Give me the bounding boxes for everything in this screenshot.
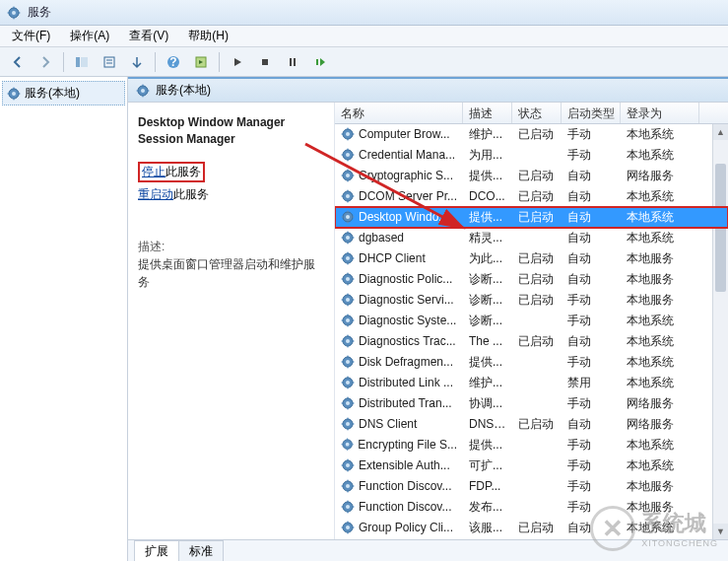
gear-icon xyxy=(341,417,355,431)
service-row[interactable]: Diagnostics Trac...The ...已启动自动本地系统 xyxy=(335,331,728,352)
service-desc-cell: 为用... xyxy=(463,147,512,164)
menu-help[interactable]: 帮助(H) xyxy=(180,26,236,46)
pause-service-button[interactable] xyxy=(281,50,304,74)
service-name-cell: Desktop Windo... xyxy=(359,210,448,224)
gear-icon xyxy=(341,438,354,452)
vertical-scrollbar[interactable]: ▲ ▼ xyxy=(712,124,728,539)
right-body: Desktop Window Manager Session Manager 停… xyxy=(128,103,728,539)
service-desc-cell: 发布... xyxy=(463,499,512,516)
service-row[interactable]: DCOM Server Pr...DCO...已启动自动本地系统 xyxy=(335,186,728,207)
tab-standard[interactable]: 标准 xyxy=(178,540,224,561)
help-button[interactable]: ? xyxy=(162,50,185,74)
tree-pane: 服务(本地) xyxy=(0,77,128,561)
scroll-up-button[interactable]: ▲ xyxy=(713,124,728,140)
service-row[interactable]: Function Discov...FDP...手动本地服务 xyxy=(335,476,728,497)
menu-action[interactable]: 操作(A) xyxy=(62,26,117,46)
service-name-cell: Diagnostic Polic... xyxy=(359,272,452,286)
description-label: 描述: xyxy=(138,239,324,255)
service-logon-cell: 本地系统 xyxy=(621,375,699,391)
service-status-cell: 已启动 xyxy=(512,292,562,309)
column-status[interactable]: 状态 xyxy=(512,103,562,123)
svg-rect-11 xyxy=(290,58,292,66)
refresh-button[interactable] xyxy=(189,50,213,74)
column-desc[interactable]: 描述 xyxy=(463,103,512,123)
column-logon-as[interactable]: 登录为 xyxy=(621,103,699,123)
service-logon-cell: 本地系统 xyxy=(621,313,699,329)
service-logon-cell: 本地服务 xyxy=(621,292,699,309)
service-start-cell: 自动 xyxy=(562,188,621,205)
restart-service-button[interactable] xyxy=(308,50,332,74)
service-row[interactable]: Desktop Windo...提供...已启动自动本地系统 xyxy=(335,207,728,228)
service-logon-cell: 本地系统 xyxy=(621,354,699,371)
forward-button[interactable] xyxy=(33,50,57,74)
service-start-cell: 自动 xyxy=(562,271,621,288)
service-start-cell: 手动 xyxy=(562,126,621,143)
svg-rect-10 xyxy=(262,59,268,65)
service-row[interactable]: Extensible Auth...可扩...手动本地系统 xyxy=(335,456,728,476)
tree-item-services-local[interactable]: 服务(本地) xyxy=(2,81,125,105)
service-start-cell: 手动 xyxy=(562,457,621,474)
properties-button[interactable] xyxy=(98,50,121,74)
export-button[interactable] xyxy=(125,50,149,74)
service-name-cell: DNS Client xyxy=(359,417,417,431)
gear-icon xyxy=(341,251,355,265)
service-desc-cell: 提供... xyxy=(463,168,512,184)
title-bar: 服务 xyxy=(0,0,728,26)
service-row[interactable]: DHCP Client为此...已启动自动本地服务 xyxy=(335,248,728,269)
show-tree-button[interactable] xyxy=(70,50,94,74)
service-logon-cell: 本地系统 xyxy=(621,520,699,536)
right-header-label: 服务(本地) xyxy=(156,82,211,99)
column-start-type[interactable]: 启动类型 xyxy=(562,103,621,123)
service-row[interactable]: Diagnostic Polic...诊断...已启动自动本地服务 xyxy=(335,269,728,290)
gear-icon xyxy=(341,169,355,182)
tabs-bar: 扩展 标准 xyxy=(128,539,728,561)
service-name-cell: Diagnostics Trac... xyxy=(359,334,456,348)
restart-service-link[interactable]: 重启动 xyxy=(138,187,173,201)
svg-text:?: ? xyxy=(169,55,176,69)
svg-rect-4 xyxy=(104,57,114,67)
gear-icon xyxy=(341,272,355,286)
service-logon-cell: 本地系统 xyxy=(621,333,699,350)
service-desc-cell: 维护... xyxy=(463,126,512,143)
tab-extended[interactable]: 扩展 xyxy=(134,540,179,561)
service-logon-cell: 本地系统 xyxy=(621,126,699,143)
gear-icon xyxy=(136,84,150,98)
service-row[interactable]: Credential Mana...为用...手动本地系统 xyxy=(335,145,728,166)
scroll-down-button[interactable]: ▼ xyxy=(713,524,728,539)
column-name[interactable]: 名称 xyxy=(335,103,463,123)
service-row[interactable]: Group Policy Cli...该服...已启动自动本地系统 xyxy=(335,518,728,538)
service-name-cell: Function Discov... xyxy=(359,479,451,493)
service-row[interactable]: DNS ClientDNS ...已启动自动网络服务 xyxy=(335,414,728,435)
menu-view[interactable]: 查看(V) xyxy=(121,26,176,46)
service-row[interactable]: Disk Defragmen...提供...手动本地系统 xyxy=(335,352,728,373)
service-desc-cell: 可扩... xyxy=(463,457,512,474)
service-row[interactable]: Distributed Link ...维护...禁用本地系统 xyxy=(335,373,728,393)
gear-icon xyxy=(341,293,355,307)
service-row[interactable]: Diagnostic Servi...诊断...已启动手动本地服务 xyxy=(335,290,728,311)
service-name-cell: dgbased xyxy=(359,231,404,245)
start-service-button[interactable] xyxy=(226,50,249,74)
service-row[interactable]: Diagnostic Syste...诊断...手动本地系统 xyxy=(335,311,728,331)
service-row[interactable]: Encrypting File S...提供...手动本地系统 xyxy=(335,435,728,456)
stop-service-link[interactable]: 停止 xyxy=(142,165,165,178)
gear-icon xyxy=(341,231,355,245)
back-button[interactable] xyxy=(6,50,30,74)
service-row[interactable]: Cryptographic S...提供...已启动自动网络服务 xyxy=(335,166,728,186)
service-name-cell: Distributed Tran... xyxy=(359,396,452,410)
service-row[interactable]: Computer Brow...维护...已启动手动本地系统 xyxy=(335,124,728,145)
scrollbar-thumb[interactable] xyxy=(715,164,726,292)
service-status-cell: 已启动 xyxy=(512,250,562,267)
menu-file[interactable]: 文件(F) xyxy=(4,26,58,46)
svg-rect-2 xyxy=(76,57,80,67)
list-rows: Computer Brow...维护...已启动手动本地系统Credential… xyxy=(335,124,728,539)
service-logon-cell: 本地系统 xyxy=(621,188,699,205)
toolbar-separator xyxy=(155,52,156,72)
service-logon-cell: 网络服务 xyxy=(621,416,699,433)
service-row[interactable]: dgbased精灵...自动本地系统 xyxy=(335,228,728,248)
service-row[interactable]: Distributed Tran...协调...手动网络服务 xyxy=(335,393,728,414)
service-row[interactable]: Function Discov...发布...手动本地服务 xyxy=(335,497,728,518)
service-logon-cell: 本地系统 xyxy=(621,230,699,246)
service-logon-cell: 本地服务 xyxy=(621,478,699,495)
service-desc-cell: 诊断... xyxy=(463,313,512,329)
stop-service-button[interactable] xyxy=(253,50,277,74)
